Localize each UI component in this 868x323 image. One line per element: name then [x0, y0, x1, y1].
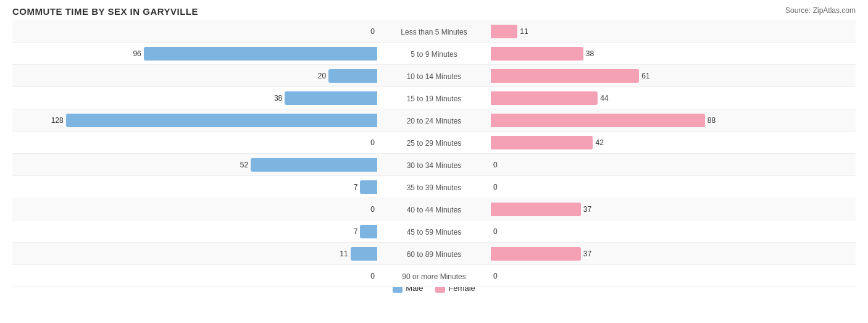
bar-row: 11 60 to 89 Minutes 37 [12, 243, 856, 265]
chart-area: 0 Less than 5 Minutes 11 96 5 to 9 Minut… [12, 20, 856, 275]
male-bar [360, 180, 377, 194]
right-section: 42 [490, 132, 856, 153]
male-value: 128 [48, 116, 64, 125]
male-value: 0 [359, 272, 375, 280]
row-label: 40 to 44 Minutes [407, 206, 462, 214]
female-value: 0 [493, 227, 509, 236]
row-inner: 7 45 to 59 Minutes 0 [12, 220, 856, 242]
male-bar [144, 47, 377, 61]
row-label: 90 or more Minutes [402, 272, 465, 281]
row-inner: 11 60 to 89 Minutes 37 [12, 243, 856, 264]
male-value: 20 [311, 72, 326, 80]
row-inner: 0 90 or more Minutes 0 [12, 265, 856, 287]
male-value: 0 [359, 27, 375, 36]
left-section: 20 [12, 65, 378, 86]
left-section: 96 [12, 43, 378, 64]
female-bar [491, 136, 593, 149]
female-value: 37 [583, 250, 599, 258]
female-bar [491, 91, 598, 105]
female-value: 0 [493, 272, 509, 280]
row-label: 25 to 29 Minutes [407, 139, 462, 148]
bar-row: 96 5 to 9 Minutes 38 [12, 43, 856, 65]
left-section: 7 [12, 176, 378, 198]
female-value: 11 [520, 27, 535, 36]
left-section: 7 [12, 220, 378, 242]
chart-container: COMMUTE TIME BY SEX IN GARYVILLE Source:… [0, 0, 868, 323]
female-value: 44 [600, 94, 616, 103]
male-bar [351, 247, 377, 261]
left-section: 0 [12, 132, 378, 153]
left-section: 128 [12, 109, 378, 131]
left-section: 0 [12, 198, 378, 220]
male-value: 7 [342, 183, 357, 191]
bar-row: 0 90 or more Minutes 0 [12, 265, 856, 287]
male-value: 0 [359, 205, 375, 214]
left-section: 38 [12, 87, 378, 109]
row-label: 15 to 19 Minutes [407, 94, 462, 103]
left-section: 0 [12, 265, 378, 287]
row-inner: 96 5 to 9 Minutes 38 [12, 43, 856, 64]
male-bar [360, 225, 377, 238]
right-section: 0 [490, 220, 856, 242]
female-bar [491, 247, 581, 261]
row-label: Less than 5 Minutes [401, 28, 467, 36]
row-inner: 20 10 to 14 Minutes 61 [12, 65, 856, 86]
bar-row: 38 15 to 19 Minutes 44 [12, 87, 856, 109]
female-bar [491, 69, 639, 83]
male-value: 11 [333, 250, 348, 258]
right-section: 0 [490, 265, 856, 287]
bar-row: 7 45 to 59 Minutes 0 [12, 220, 856, 243]
right-section: 37 [490, 198, 856, 220]
bar-row: 20 10 to 14 Minutes 61 [12, 65, 856, 87]
row-label: 30 to 34 Minutes [407, 161, 462, 170]
row-label: 45 to 59 Minutes [407, 228, 462, 237]
male-bar [328, 69, 377, 83]
male-bar [251, 158, 377, 172]
left-section: 52 [12, 154, 378, 175]
row-inner: 0 40 to 44 Minutes 37 [12, 198, 856, 220]
female-value: 88 [707, 116, 723, 125]
male-bar [66, 114, 377, 127]
row-inner: 0 25 to 29 Minutes 42 [12, 132, 856, 153]
female-value: 0 [493, 183, 509, 191]
source-text: Source: ZipAtlas.com [785, 6, 856, 15]
female-bar [491, 47, 583, 61]
row-inner: 38 15 to 19 Minutes 44 [12, 87, 856, 109]
female-value: 38 [586, 49, 601, 58]
male-value: 0 [359, 138, 375, 147]
female-bar [491, 25, 517, 38]
bar-row: 52 30 to 34 Minutes 0 [12, 154, 856, 176]
male-value: 7 [342, 227, 357, 236]
female-value: 42 [595, 138, 611, 147]
chart-title: COMMUTE TIME BY SEX IN GARYVILLE [12, 6, 856, 17]
male-value: 38 [267, 94, 282, 103]
female-bar [491, 114, 705, 127]
row-label: 60 to 89 Minutes [407, 250, 462, 259]
bar-row: 0 25 to 29 Minutes 42 [12, 132, 856, 154]
row-label: 35 to 39 Minutes [407, 183, 462, 192]
right-section: 88 [490, 109, 856, 131]
bar-row: 0 40 to 44 Minutes 37 [12, 198, 856, 220]
female-bar [491, 203, 581, 216]
bar-row: 7 35 to 39 Minutes 0 [12, 176, 856, 198]
row-label: 5 to 9 Minutes [411, 50, 457, 59]
right-section: 44 [490, 87, 856, 109]
row-inner: 7 35 to 39 Minutes 0 [12, 176, 856, 198]
row-label: 10 to 14 Minutes [407, 72, 462, 81]
row-inner: 128 20 to 24 Minutes 88 [12, 109, 856, 131]
left-section: 0 [12, 20, 378, 42]
row-inner: 0 Less than 5 Minutes 11 [12, 20, 856, 42]
right-section: 0 [490, 154, 856, 175]
male-bar [285, 91, 377, 105]
left-section: 11 [12, 243, 378, 264]
right-section: 11 [490, 20, 856, 42]
right-section: 37 [490, 243, 856, 264]
row-inner: 52 30 to 34 Minutes 0 [12, 154, 856, 175]
male-value: 96 [126, 49, 141, 58]
bar-row: 0 Less than 5 Minutes 11 [12, 20, 856, 43]
female-value: 0 [493, 161, 509, 169]
right-section: 0 [490, 176, 856, 198]
female-value: 61 [641, 72, 657, 80]
right-section: 61 [490, 65, 856, 86]
bar-row: 128 20 to 24 Minutes 88 [12, 109, 856, 132]
